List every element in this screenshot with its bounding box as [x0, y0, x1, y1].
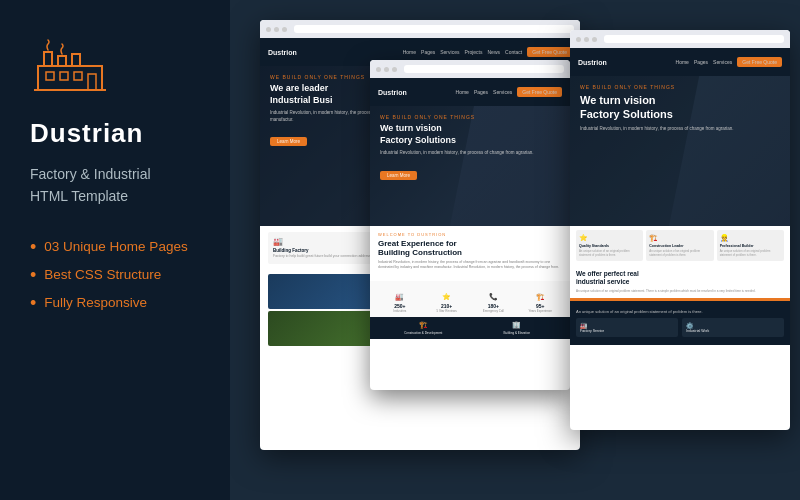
svg-rect-0: [38, 66, 102, 90]
dark-section-items: 🏭 Factory Service ⚙️ Industrial Work: [576, 318, 784, 337]
brand-subtitle: Factory & Industrial HTML Template: [30, 163, 200, 208]
brand-logo-icon: [30, 36, 200, 100]
dot-2: [274, 27, 279, 32]
stat-label-3: Emergency Call: [472, 309, 516, 313]
nav-link-home: Home: [403, 49, 416, 55]
nav2-home: Home: [456, 89, 469, 95]
hero-content-2: WE BUILD ONLY ONE THINGS We turn visionF…: [370, 106, 570, 189]
nav-cta-btn-3: Get Free Quote: [737, 57, 782, 67]
mock-nav-2: Dustrion Home Pages Services Get Free Qu…: [370, 78, 570, 106]
mockup-front-left: Dustrion Home Pages Services Get Free Qu…: [370, 60, 570, 390]
svg-rect-6: [74, 72, 82, 80]
industrial-body: An unique solution of an original proble…: [576, 289, 784, 294]
dark-item-1: 🏭 Factory Service: [576, 318, 678, 337]
stat-2: ⭐ 210+ 5 Star Reviews: [425, 285, 469, 313]
hero-content-3: WE BUILD ONLY ONE THINGS We turn visionF…: [570, 76, 790, 146]
nav2-services: Services: [493, 89, 512, 95]
mock3-title-1: Quality Standards: [579, 244, 640, 248]
footer-cat-1: 🏗️ Construction & Development: [378, 321, 469, 335]
mockups-container: Dustrion Home Pages Services Projects Ne…: [230, 0, 800, 500]
mock3-body-2: An unique solution of an original proble…: [649, 250, 710, 257]
hero-title-3: We turn visionFactory Solutions: [580, 93, 780, 122]
url-bar-2: [404, 65, 564, 73]
mock-logo-2: Dustrion: [378, 89, 407, 96]
dot-8: [584, 37, 589, 42]
hero-title-2: We turn visionFactory Solutions: [380, 123, 560, 146]
dot-5: [384, 67, 389, 72]
nav-link-services: Services: [440, 49, 459, 55]
svg-rect-7: [88, 74, 96, 90]
mock3-icon-3: 👷: [720, 234, 781, 242]
footer-cat-label-1: Construction & Development: [378, 331, 469, 335]
dark-label-1: Factory Service: [580, 329, 674, 333]
section-body-2: Industrial Revolution, in modern history…: [378, 260, 562, 271]
nav2-pages: Pages: [474, 89, 488, 95]
mock3-title-3: Professional Builder: [720, 244, 781, 248]
nav-cta-btn-1: Get Free Quote: [527, 47, 572, 57]
nav3-services: Services: [713, 59, 732, 65]
nav3-pages: Pages: [694, 59, 708, 65]
brand-name: Dustrian: [30, 118, 200, 149]
dot-6: [392, 67, 397, 72]
nav-link-projects: Projects: [464, 49, 482, 55]
footer-cat-label-2: Building & Elevation: [472, 331, 563, 335]
mock-nav-links-3: Home Pages Services Get Free Quote: [676, 57, 782, 67]
hero-btn-1: Learn More: [270, 137, 307, 146]
section-title-2: Great Experience forBuilding Constructio…: [378, 239, 562, 257]
section-label-2: WELCOME TO DUSTRION: [378, 232, 562, 237]
dot-3: [282, 27, 287, 32]
mock-nav-links-2: Home Pages Services Get Free Quote: [456, 87, 562, 97]
mock3-industrial: We offer perfect realindustrial service …: [570, 265, 790, 298]
svg-rect-5: [60, 72, 68, 80]
hero-btn-2: Learn More: [380, 171, 417, 180]
mock-nav-3: Dustrion Home Pages Services Get Free Qu…: [570, 48, 790, 76]
url-bar-3: [604, 35, 784, 43]
nav-link-news: News: [488, 49, 501, 55]
svg-rect-4: [46, 72, 54, 80]
stat-label-2: 5 Star Reviews: [425, 309, 469, 313]
mock3-body-1: An unique solution of an original proble…: [579, 250, 640, 257]
dark-item-2: ⚙️ Industrial Work: [682, 318, 784, 337]
mock3-service-2: 🏗️ Construction Leader An unique solutio…: [646, 230, 713, 261]
mock3-body-3: An unique solution of an original proble…: [720, 250, 781, 257]
dark-label-2: Industrial Work: [686, 329, 780, 333]
industrial-title: We offer perfect realindustrial service: [576, 270, 784, 286]
feature-item-3: Fully Responsive: [30, 294, 200, 312]
mock-nav-links-1: Home Pages Services Projects News Contac…: [403, 47, 572, 57]
mock-logo-3: Dustrion: [578, 59, 607, 66]
mock3-icon-2: 🏗️: [649, 234, 710, 242]
hero-body-2: Industrial Revolution, in modern history…: [380, 150, 560, 156]
dark-section-text: An unique solution of an original proble…: [576, 309, 784, 314]
stat-label-4: Years Experience: [518, 309, 562, 313]
mock-hero-3: WE BUILD ONLY ONE THINGS We turn visionF…: [570, 76, 790, 226]
stat-icon-3: 📞: [489, 293, 498, 300]
stat-icon-1: 🏭: [395, 293, 404, 300]
svg-rect-1: [44, 52, 52, 66]
mock3-icon-1: ⭐: [579, 234, 640, 242]
hero-body-3: Industrial Revolution, in modern history…: [580, 126, 780, 132]
footer-icon-2: 🏢: [472, 321, 563, 329]
stat-icon-2: ⭐: [442, 293, 451, 300]
hero-eyebrow-3: WE BUILD ONLY ONE THINGS: [580, 84, 780, 90]
nav3-home: Home: [676, 59, 689, 65]
stat-3: 📞 180+ Emergency Call: [472, 285, 516, 313]
browser-bar-2: [370, 60, 570, 78]
mock3-dark-section: An unique solution of an original proble…: [570, 301, 790, 345]
mock3-service-1: ⭐ Quality Standards An unique solution o…: [576, 230, 643, 261]
hero-bg-3: WE BUILD ONLY ONE THINGS We turn visionF…: [570, 76, 790, 226]
footer-cat-2: 🏢 Building & Elevation: [472, 321, 563, 335]
feature-item-2: Best CSS Structure: [30, 266, 200, 284]
browser-bar-1: [260, 20, 580, 38]
svg-rect-3: [72, 54, 80, 66]
mock-footer-cats: 🏗️ Construction & Development 🏢 Building…: [370, 317, 570, 339]
left-panel: Dustrian Factory & Industrial HTML Templ…: [0, 0, 230, 500]
stat-label-1: Industries: [378, 309, 422, 313]
dark-icon-2: ⚙️: [686, 322, 780, 329]
right-panel: Dustrion Home Pages Services Projects Ne…: [230, 0, 800, 500]
nav-cta-btn-2: Get Free Quote: [517, 87, 562, 97]
mock3-service-3: 👷 Professional Builder An unique solutio…: [717, 230, 784, 261]
dot-7: [576, 37, 581, 42]
footer-icon-1: 🏗️: [378, 321, 469, 329]
dot-4: [376, 67, 381, 72]
dot-9: [592, 37, 597, 42]
